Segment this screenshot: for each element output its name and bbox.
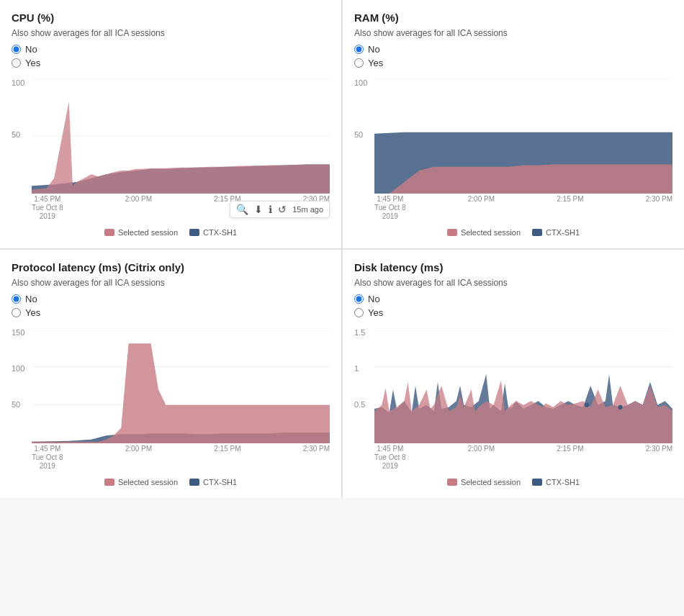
protocol-radio-group: No Yes (12, 294, 330, 318)
ram-x-label-0: 1:45 PMTue Oct 82019 (374, 195, 406, 221)
protocol-x-label-0: 1:45 PMTue Oct 82019 (32, 445, 63, 471)
svg-marker-4 (32, 101, 330, 194)
protocol-y-max: 150 (12, 328, 24, 337)
ram-panel: RAM (%) Also show averages for all ICA s… (343, 0, 684, 248)
disk-subtitle: Also show averages for all ICA sessions (354, 278, 672, 288)
protocol-selected-swatch (104, 479, 114, 486)
cpu-chart-svg (32, 78, 330, 194)
ram-legend-ctx: CTX-SH1 (532, 228, 580, 237)
cpu-radio-yes[interactable]: Yes (12, 58, 330, 68)
time-label: 15m ago (292, 205, 323, 214)
disk-title: Disk latency (ms) (354, 261, 672, 273)
disk-radio-yes[interactable]: Yes (354, 307, 672, 318)
cpu-legend: Selected session CTX-SH1 (12, 228, 330, 237)
disk-y-max: 1.5 (354, 328, 365, 337)
cpu-selected-swatch (104, 229, 114, 236)
cpu-radio-group: No Yes (12, 44, 330, 68)
ram-chart-area: 100 50 1:45 PMTue Oct 82019 2:00 PM 2:15… (354, 78, 672, 222)
disk-x-label-2: 2:15 PM (557, 445, 583, 471)
protocol-chart-area: 150 100 50 1:45 PMTue Oct 82019 2:00 PM … (12, 328, 330, 472)
refresh-icon[interactable]: ↺ (278, 204, 287, 214)
disk-legend: Selected session CTX-SH1 (354, 478, 672, 486)
disk-x-label-3: 2:30 PM (646, 445, 672, 471)
protocol-title: Protocol latency (ms) (Citrix only) (12, 261, 330, 273)
cpu-title: CPU (%) (12, 12, 330, 24)
disk-x-label-0: 1:45 PMTue Oct 82019 (374, 445, 406, 471)
protocol-legend-ctx: CTX-SH1 (189, 478, 237, 486)
svg-point-23 (618, 405, 622, 409)
cpu-legend-selected: Selected session (104, 228, 178, 237)
ram-y-mid: 50 (354, 130, 363, 139)
ram-y-max: 100 (354, 78, 367, 87)
ram-subtitle: Also show averages for all ICA sessions (354, 28, 672, 38)
ram-x-label-3: 2:30 PM (646, 195, 672, 221)
cpu-legend-ctx: CTX-SH1 (189, 228, 237, 237)
protocol-x-label-1: 2:00 PM (125, 445, 152, 471)
cpu-radio-no[interactable]: No (12, 44, 330, 55)
protocol-subtitle: Also show averages for all ICA sessions (12, 278, 330, 288)
main-grid: CPU (%) Also show averages for all ICA s… (0, 0, 684, 498)
protocol-x-axis: 1:45 PMTue Oct 82019 2:00 PM 2:15 PM 2:3… (12, 443, 330, 471)
svg-marker-21 (374, 381, 672, 443)
protocol-radio-no[interactable]: No (12, 294, 330, 304)
ram-x-label-1: 2:00 PM (468, 195, 495, 221)
protocol-panel: Protocol latency (ms) (Citrix only) Also… (0, 250, 341, 498)
disk-radio-no[interactable]: No (354, 294, 672, 304)
disk-panel: Disk latency (ms) Also show averages for… (343, 250, 684, 498)
disk-ctx-swatch (532, 479, 542, 486)
cpu-y-max: 100 (12, 78, 24, 87)
ram-radio-no[interactable]: No (354, 44, 672, 55)
chart-toolbar: 🔍 ⬇ ℹ ↺ 15m ago (230, 201, 330, 218)
ram-selected-swatch (447, 229, 457, 236)
protocol-x-label-3: 2:30 PM (303, 445, 330, 471)
cpu-y-mid: 50 (12, 130, 20, 139)
cpu-x-label-0: 1:45 PMTue Oct 82019 (32, 195, 63, 221)
protocol-ctx-swatch (189, 479, 199, 486)
ram-x-axis: 1:45 PMTue Oct 82019 2:00 PM 2:15 PM 2:3… (354, 194, 672, 221)
protocol-legend: Selected session CTX-SH1 (12, 478, 330, 486)
svg-marker-15 (32, 343, 330, 443)
ram-title: RAM (%) (354, 12, 672, 24)
ram-radio-yes[interactable]: Yes (354, 58, 672, 68)
disk-radio-group: No Yes (354, 294, 672, 318)
ram-x-label-2: 2:15 PM (557, 195, 583, 221)
search-icon[interactable]: 🔍 (236, 204, 248, 214)
disk-legend-ctx: CTX-SH1 (532, 478, 580, 486)
ram-legend-selected: Selected session (447, 228, 521, 237)
cpu-panel: CPU (%) Also show averages for all ICA s… (0, 0, 341, 248)
protocol-chart-svg (32, 328, 330, 443)
protocol-legend-selected: Selected session (104, 478, 178, 486)
disk-x-label-1: 2:00 PM (468, 445, 495, 471)
disk-y-low: 0.5 (354, 400, 365, 409)
protocol-y-mid: 100 (12, 364, 24, 373)
cpu-subtitle: Also show averages for all ICA sessions (12, 28, 330, 38)
disk-x-axis: 1:45 PMTue Oct 82019 2:00 PM 2:15 PM 2:3… (354, 443, 672, 471)
protocol-x-label-2: 2:15 PM (214, 445, 240, 471)
info-icon[interactable]: ℹ (269, 204, 272, 214)
disk-legend-selected: Selected session (447, 478, 521, 486)
ram-chart-svg (374, 78, 672, 194)
disk-y-mid: 1 (354, 364, 359, 373)
disk-selected-swatch (447, 479, 457, 486)
cpu-ctx-swatch (189, 229, 199, 236)
download-icon[interactable]: ⬇ (254, 204, 263, 214)
disk-chart-svg (374, 328, 672, 443)
protocol-y-low: 50 (12, 400, 20, 409)
ram-radio-group: No Yes (354, 44, 672, 68)
disk-chart-area: 1.5 1 0.5 1:45 PMTue Oct 82019 2:00 PM 2… (354, 328, 672, 472)
protocol-radio-yes[interactable]: Yes (12, 307, 330, 318)
svg-point-22 (585, 402, 589, 407)
ram-legend: Selected session CTX-SH1 (354, 228, 672, 237)
ram-ctx-swatch (532, 229, 542, 236)
cpu-x-label-1: 2:00 PM (125, 195, 152, 221)
